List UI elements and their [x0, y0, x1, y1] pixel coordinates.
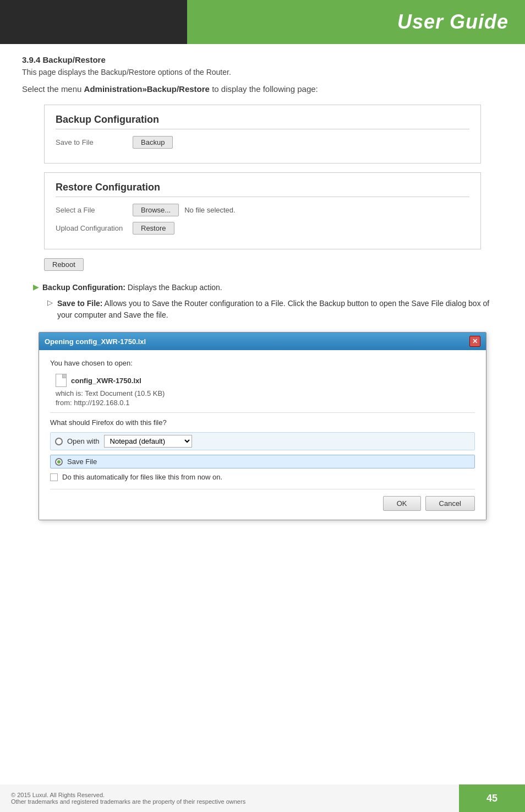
open-with-dropdown[interactable]: Notepad (default) [104, 435, 192, 448]
open-with-option: Open with Notepad (default) [50, 432, 475, 450]
save-file-label: Save File [67, 457, 97, 466]
file-icon [56, 374, 67, 387]
save-file-option: Save File [50, 455, 475, 468]
upload-config-label: Upload Configuration [56, 224, 127, 232]
header-dark-block [0, 0, 187, 44]
bullet-arrow-icon: ▶ [33, 282, 39, 291]
save-to-file-label: Save to File [56, 138, 127, 146]
dialog-which-is: which is: Text Document (10.5 KB) [56, 389, 475, 397]
auto-checkbox-row: Do this automatically for files like thi… [50, 473, 475, 481]
file-open-dialog: Opening config_XWR-1750.lxl ✕ You have c… [39, 332, 486, 520]
dialog-cancel-button[interactable]: Cancel [425, 496, 475, 511]
dialog-button-row: OK Cancel [50, 489, 475, 511]
sub-bullet: ▷ Save to File: Allows you to Save the R… [47, 298, 492, 321]
dialog-filename-row: config_XWR-1750.lxl [56, 374, 475, 387]
dialog-from: from: http://192.168.0.1 [56, 399, 475, 407]
page-footer: © 2015 Luxul. All Rights Reserved. Other… [0, 784, 525, 812]
main-bullet-label: Backup Configuration: [42, 283, 125, 292]
browse-button[interactable]: Browse... [133, 204, 179, 216]
main-bullet-item: ▶ Backup Configuration: Displays the Bac… [33, 282, 492, 293]
sub-arrow-icon: ▷ [47, 298, 53, 307]
reboot-row: Reboot [44, 258, 503, 271]
save-file-radio[interactable] [55, 458, 63, 466]
dialog-titlebar: Opening config_XWR-1750.lxl ✕ [39, 333, 486, 350]
auto-checkbox-label: Do this automatically for files like thi… [62, 473, 222, 481]
main-bullet-text: Backup Configuration: Displays the Backu… [42, 282, 222, 293]
no-file-text: No file selected. [184, 206, 236, 214]
backup-save-row: Save to File Backup [56, 136, 469, 149]
open-with-radio[interactable] [55, 438, 63, 445]
select-file-label: Select a File [56, 206, 127, 214]
nav-instruction: Select the menu Administration»Backup/Re… [22, 84, 503, 94]
main-content: 3.9.4 Backup/Restore This page displays … [0, 44, 525, 542]
backup-config-box: Backup Configuration Save to File Backup [44, 105, 481, 164]
footer-trademark: Other trademarks and registered trademar… [11, 798, 448, 805]
page-header: User Guide [0, 0, 525, 44]
restore-button[interactable]: Restore [133, 222, 174, 235]
dialog-wrapper: Opening config_XWR-1750.lxl ✕ You have c… [39, 332, 486, 520]
sub-bullet-desc: Allows you to Save the Router configurat… [57, 299, 489, 319]
main-bullet-desc: Displays the Backup action. [125, 283, 222, 292]
dialog-close-button[interactable]: ✕ [469, 336, 480, 347]
dialog-filename-text: config_XWR-1750.lxl [71, 377, 141, 385]
header-brand-block: User Guide [187, 0, 525, 44]
footer-left: © 2015 Luxul. All Rights Reserved. Other… [0, 784, 459, 812]
restore-config-title: Restore Configuration [56, 182, 469, 197]
auto-checkbox[interactable] [50, 473, 58, 481]
dialog-ok-button[interactable]: OK [383, 496, 421, 511]
dialog-title: Opening config_XWR-1750.lxl [45, 337, 146, 346]
reboot-button[interactable]: Reboot [44, 258, 84, 271]
restore-select-row: Select a File Browse... No file selected… [56, 204, 469, 216]
dialog-intro-text: You have chosen to open: [50, 359, 475, 367]
footer-page-number: 45 [459, 784, 525, 812]
dialog-question-text: What should Firefox do with this file? [50, 412, 475, 427]
section-number: 3.9.4 Backup/Restore [22, 55, 503, 64]
page-title: User Guide [397, 10, 508, 34]
backup-config-title: Backup Configuration [56, 114, 469, 129]
sub-bullet-item: ▷ Save to File: Allows you to Save the R… [47, 298, 492, 321]
restore-upload-row: Upload Configuration Restore [56, 222, 469, 235]
intro-text: This page displays the Backup/Restore op… [22, 68, 503, 77]
nav-menu: Administration»Backup/Restore [84, 84, 210, 94]
backup-button[interactable]: Backup [133, 136, 173, 149]
footer-copyright: © 2015 Luxul. All Rights Reserved. [11, 792, 448, 798]
sub-bullet-label: Save to File: [57, 299, 102, 308]
dialog-body: You have chosen to open: config_XWR-1750… [39, 350, 486, 520]
restore-config-box: Restore Configuration Select a File Brow… [44, 172, 481, 249]
sub-bullet-text: Save to File: Allows you to Save the Rou… [57, 298, 492, 321]
bullet-section: ▶ Backup Configuration: Displays the Bac… [33, 282, 492, 321]
open-with-label: Open with [67, 437, 100, 445]
